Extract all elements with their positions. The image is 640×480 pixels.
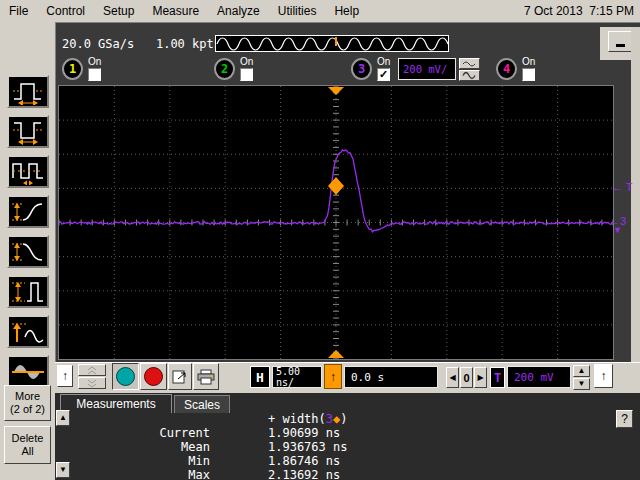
- up-triangle-icon: ▲: [59, 414, 67, 422]
- preview-waveform: [216, 36, 448, 51]
- horizontal-section-badge: H: [250, 366, 270, 388]
- channel-1-button[interactable]: 1: [62, 58, 83, 80]
- double-chevron-down-icon: [86, 379, 98, 388]
- channel-1-number: 1: [69, 62, 76, 76]
- copy-screen-icon: [172, 369, 188, 385]
- check-icon: ✓: [379, 69, 388, 80]
- timebase-scale-field[interactable]: 5.00 ns/: [272, 366, 322, 388]
- fall-time-icon: [10, 238, 46, 265]
- minimize-button[interactable]: [608, 31, 632, 52]
- trigger-up-arrow-icon: ↑: [330, 370, 336, 384]
- memory-depth: 1.00 kpts: [156, 37, 221, 51]
- more-label: More: [15, 390, 40, 403]
- channel-3-number: 3: [358, 62, 365, 76]
- waveform-display[interactable]: [58, 85, 614, 360]
- measurement-name: + width(: [268, 412, 326, 426]
- period-icon: [10, 158, 46, 185]
- channel-4-on-checkbox[interactable]: [522, 68, 535, 81]
- delay-decrement-button[interactable]: ◀: [446, 367, 459, 388]
- run-button[interactable]: [112, 363, 139, 390]
- channel-3-on-checkbox[interactable]: ✓: [377, 68, 390, 81]
- printer-icon: [197, 369, 215, 385]
- channel-1-on-label: On: [88, 56, 101, 67]
- trigger-level-up-button[interactable]: ▲: [573, 365, 590, 377]
- measure-pos-width-button[interactable]: [7, 75, 49, 108]
- timebase-preview-bar[interactable]: [215, 35, 449, 52]
- large-wave-icon: [462, 71, 477, 80]
- delete-all-label: All: [21, 445, 33, 458]
- trigger-position-button[interactable]: ↑: [324, 364, 342, 389]
- delete-all-button[interactable]: Delete All: [4, 426, 51, 464]
- measure-peak-peak-button[interactable]: [7, 275, 49, 308]
- left-arrow-icon: ◀: [449, 374, 455, 382]
- measurement-header: + width(3◆): [268, 412, 348, 426]
- print-button[interactable]: [193, 363, 219, 390]
- trigger-level-value: 200 mV: [514, 371, 554, 384]
- trigger-level-marker[interactable]: ← T: [612, 181, 633, 193]
- trigger-level-down-button[interactable]: ▼: [573, 378, 590, 390]
- menu-help[interactable]: Help: [325, 1, 368, 21]
- channel-4-number: 4: [503, 62, 510, 76]
- help-button[interactable]: ?: [616, 410, 633, 428]
- stat-value: 2.13692 ns: [268, 468, 340, 480]
- channel-3-scale-increase-button[interactable]: [459, 70, 480, 81]
- measure-v-max-button[interactable]: [7, 315, 49, 348]
- menu-analyze[interactable]: Analyze: [208, 1, 269, 21]
- scroll-up-button[interactable]: [78, 364, 106, 376]
- channel-3-scale-field[interactable]: 200 mV/: [398, 58, 456, 80]
- undo-arrow-button[interactable]: ↑: [57, 365, 73, 387]
- stop-icon: [144, 367, 163, 386]
- measure-v-average-button[interactable]: [7, 355, 49, 388]
- channel-2-button[interactable]: 2: [214, 58, 235, 80]
- delete-label: Delete: [12, 432, 44, 445]
- stat-value: 1.86746 ns: [268, 454, 340, 468]
- results-scroll-up-button[interactable]: ▲: [56, 410, 70, 426]
- measure-rise-time-button[interactable]: [7, 195, 49, 228]
- t-label: T: [494, 371, 501, 385]
- channel-2-number: 2: [221, 62, 228, 76]
- delay-zero-button[interactable]: 0: [460, 367, 473, 388]
- preview-trigger-marker[interactable]: [335, 37, 337, 46]
- tab-scales[interactable]: Scales: [174, 395, 230, 413]
- measure-neg-width-button[interactable]: [7, 115, 49, 148]
- measure-fall-time-button[interactable]: [7, 235, 49, 268]
- menu-utilities[interactable]: Utilities: [269, 1, 326, 21]
- menu-bar: File Control Setup Measure Analyze Utili…: [0, 0, 640, 23]
- more-page-label: (2 of 2): [10, 403, 45, 416]
- stop-button[interactable]: [140, 363, 167, 390]
- channel-3-ground-arrow-icon: ▼: [613, 225, 622, 235]
- menu-control[interactable]: Control: [37, 1, 94, 21]
- horizontal-delay-field[interactable]: 0.0 s: [344, 366, 438, 388]
- tab-measurements[interactable]: Measurements: [60, 394, 172, 413]
- right-arrow-icon: ▶: [477, 374, 483, 382]
- rise-time-icon: [10, 198, 46, 225]
- up-triangle-icon: ▲: [578, 367, 586, 375]
- channel-3-scale-value: 200 mV/: [403, 63, 447, 75]
- more-measurements-button[interactable]: More (2 of 2): [4, 385, 51, 421]
- channel-4-button[interactable]: 4: [496, 58, 517, 80]
- delay-increment-button[interactable]: ▶: [474, 367, 487, 388]
- h-label: H: [256, 370, 264, 385]
- menu-file[interactable]: File: [0, 1, 37, 21]
- channel-3-scale-decrease-button[interactable]: [459, 58, 480, 69]
- channel-3-button[interactable]: 3: [351, 58, 372, 80]
- trigger-panel-button[interactable]: ↑: [594, 364, 613, 388]
- right-edge-strip: [631, 27, 640, 362]
- oscilloscope-app: File Control Setup Measure Analyze Utili…: [0, 0, 640, 480]
- trigger-level-field[interactable]: 200 mV: [507, 366, 571, 388]
- scroll-down-button[interactable]: [78, 377, 106, 389]
- menu-setup[interactable]: Setup: [94, 1, 143, 21]
- sample-rate: 20.0 GSa/s: [62, 37, 134, 51]
- measurement-row: Current 1.90699 ns: [55, 426, 340, 440]
- measurement-source-channel: 3: [326, 412, 333, 426]
- channel-2-on-checkbox[interactable]: [240, 68, 253, 81]
- trigger-time-marker-top[interactable]: [328, 87, 344, 95]
- trigger-time-marker-bottom[interactable]: [328, 350, 344, 358]
- channel-1-on-checkbox[interactable]: [88, 68, 101, 81]
- peak-peak-icon: [10, 278, 46, 305]
- menu-measure[interactable]: Measure: [143, 1, 208, 21]
- zero-label: 0: [463, 372, 469, 384]
- copy-screen-button[interactable]: [168, 363, 192, 390]
- pos-width-icon: [10, 78, 46, 105]
- measure-period-button[interactable]: [7, 155, 49, 188]
